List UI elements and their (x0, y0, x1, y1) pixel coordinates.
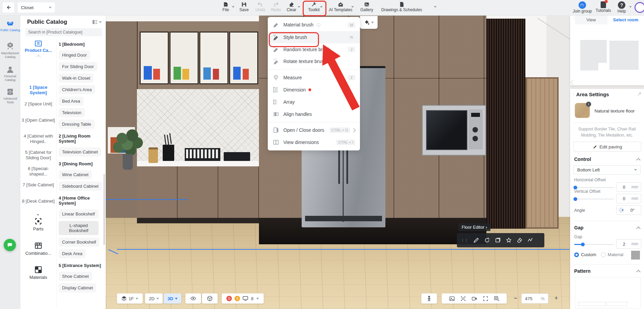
video-icon[interactable] (471, 296, 477, 302)
menu-item-style-brush[interactable]: Style brush N (268, 31, 360, 43)
render-image-icon[interactable] (449, 296, 455, 302)
ai-templates-button[interactable]: AI Templates (329, 1, 353, 12)
collapse-panel-icon[interactable] (637, 92, 641, 96)
panel-layout-button[interactable] (92, 19, 102, 25)
polyline-icon[interactable] (527, 237, 534, 243)
fullscreen-icon[interactable] (483, 296, 488, 302)
menu-item-view-dimensions[interactable]: View dimensions CTRL + I (268, 136, 360, 148)
v-offset-input[interactable]: 0 mm (616, 194, 641, 203)
gap-color-swatch[interactable] (631, 251, 640, 260)
h-offset-input[interactable]: 0 mm (616, 182, 641, 192)
subcategory-wine-cabinet[interactable]: Wine Cabinet (59, 170, 92, 179)
chat-fab[interactable] (4, 239, 16, 251)
issues-indicator[interactable]: 0 0 8 (222, 293, 264, 304)
tool-combination[interactable]: Combinatio... (20, 242, 56, 256)
category-special-shaped[interactable]: 6 [Special-shaped... (20, 166, 56, 177)
categories-more-caret[interactable] (37, 211, 39, 217)
h-offset-slider[interactable] (574, 187, 614, 188)
v-offset-slider[interactable] (574, 199, 614, 200)
subcategory-dressing-table[interactable]: Dressing Table (59, 120, 95, 129)
subcategory-television-cabinet[interactable]: Television Cabinet (59, 147, 101, 157)
menu-item-random-texture-brush[interactable]: Random texture brush J (268, 43, 360, 56)
minimap[interactable] (570, 24, 644, 85)
zoom-in-button[interactable]: + (553, 295, 559, 302)
toolkit-button[interactable]: Toolkit (304, 1, 323, 12)
zoom-out-button[interactable]: − (512, 295, 519, 302)
menu-item-open-close-doors[interactable]: Open / Close doors CTRL + O (268, 124, 360, 136)
walkthrough-button[interactable] (421, 293, 437, 304)
collapse-section-icon[interactable] (636, 270, 641, 274)
gallery-button[interactable]: Gallery (357, 1, 376, 12)
back-button[interactable] (3, 2, 14, 13)
3d-viewport[interactable] (106, 15, 644, 309)
pattern-preview[interactable] (575, 277, 641, 308)
tab-product-catalogue[interactable]: Product Ca... (20, 40, 56, 59)
help-button[interactable]: ? Help (614, 1, 629, 14)
resize-corner[interactable] (570, 80, 576, 85)
collapse-section-icon[interactable] (636, 158, 641, 162)
drawings-schedules-button[interactable]: Drawings & Schedules (377, 1, 426, 12)
rail-manufacturer-catalog[interactable]: Manufacturer Catalog (0, 42, 20, 59)
menu-item-rotate-texture-brush[interactable]: Rotate texture brush ⓘ (268, 56, 360, 68)
material-radio[interactable] (601, 252, 606, 257)
rail-personal-catalog[interactable]: Personal Catalog (0, 65, 20, 82)
avatar[interactable] (635, 2, 644, 13)
angle-dial-icon[interactable] (619, 207, 624, 213)
category-space-system[interactable]: 1 [Space System] (20, 85, 56, 96)
rotate-icon[interactable] (484, 237, 490, 243)
category-side-cabinet[interactable]: 7 [Side Cabinet] (20, 182, 56, 188)
subcategory-display-cabinet[interactable]: Display Cabinet (59, 283, 96, 292)
room-shape-right[interactable] (609, 41, 639, 70)
drag-handle-icon[interactable]: ⋮⋮ (461, 240, 468, 241)
subcategory-childrens-area[interactable]: Children's Area (59, 85, 95, 94)
subcategory-sideboard-cabinet[interactable]: Sideboard Cabinet (59, 182, 102, 191)
zoom-level-box[interactable]: 475 % (521, 293, 548, 304)
crop-icon[interactable] (460, 296, 466, 302)
mode-3d-button[interactable]: 3D (164, 293, 181, 304)
visibility-button[interactable] (185, 293, 201, 304)
tutorials-button[interactable]: Tutorials (594, 1, 613, 13)
zoom-area-icon[interactable] (494, 296, 500, 302)
floor-selector[interactable]: 1F (117, 293, 143, 304)
eraser-icon[interactable] (517, 237, 523, 243)
structures-button[interactable] (202, 293, 218, 304)
file-button[interactable]: File (216, 1, 235, 12)
subcategory-for-sliding-door[interactable]: For Sliding Door (59, 62, 97, 71)
slider-handle[interactable] (581, 243, 585, 246)
paint-bucket-button[interactable] (360, 16, 378, 29)
subcategory-desk-area[interactable]: Desk Area (59, 249, 86, 258)
subcategory-corner-bookshelf[interactable]: Corner Bookshelf (59, 238, 99, 247)
copy-image-icon[interactable] (495, 237, 501, 243)
anchor-select[interactable]: Bottom Left (573, 165, 641, 174)
category-space-unit[interactable]: 2 [Space Unit] (20, 101, 56, 107)
mode-2d-button[interactable]: 2D (145, 293, 163, 304)
tab-view[interactable]: View (575, 15, 607, 24)
category-desk-cabinet[interactable]: 8 [Desk Cabinet] (20, 199, 56, 204)
category-cabinet-hinged[interactable]: 4 [Cabinet with Hinged.. (20, 133, 56, 144)
pencil-icon[interactable] (473, 237, 479, 243)
tool-materials[interactable]: Materials (20, 266, 56, 280)
menu-item-measure[interactable]: Measure Z (268, 71, 360, 84)
search-input[interactable] (25, 28, 102, 36)
menu-item-dimension[interactable]: Dimension (268, 84, 360, 96)
rail-public-catalog[interactable]: Public Catalog (0, 20, 20, 32)
star-icon[interactable] (506, 237, 512, 243)
subcategory-shoe-cabinet[interactable]: Shoe Cabinet (59, 272, 92, 281)
category-cabinet-sliding[interactable]: 5 [Cabinet for Sliding Door] (20, 150, 56, 161)
subcategory-linear-bookshelf[interactable]: Linear Bookshelf (59, 209, 98, 219)
scrollbar-thumb[interactable] (103, 174, 105, 245)
clear-button[interactable]: Clear (282, 1, 301, 12)
subcategory-television[interactable]: Television (59, 108, 85, 117)
gap-slider[interactable] (574, 244, 614, 245)
custom-radio[interactable] (574, 252, 579, 257)
subcategory-hinged-door[interactable]: Hinged Door (59, 50, 90, 60)
menu-item-array[interactable]: Array (268, 96, 360, 108)
floor-editor-label[interactable]: Floor Editor › (458, 223, 490, 231)
collapse-section-icon[interactable] (636, 226, 641, 231)
category-open-cabinet[interactable]: 3 [Open Cabinet] (20, 118, 56, 123)
subcategory-walk-in-closet[interactable]: Walk-in Closet (59, 74, 94, 83)
subcategory-l-shaped-bookshelf[interactable]: L-shaped Bookshelf (59, 221, 99, 235)
project-name-dropdown[interactable]: Closet (18, 2, 55, 13)
angle-input[interactable]: 0° (616, 205, 641, 215)
gap-input[interactable]: 2 mm (616, 239, 641, 249)
